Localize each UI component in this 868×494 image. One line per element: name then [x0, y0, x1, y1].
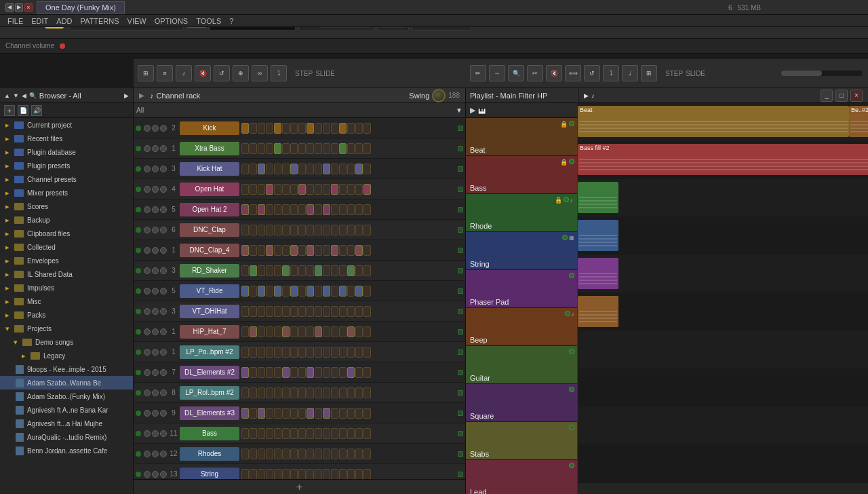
tab-prev[interactable]: ◀ — [5, 3, 14, 12]
clip-block[interactable]: Bass fill #2 — [578, 144, 868, 175]
beat-pad[interactable] — [307, 306, 314, 317]
channel-ctrl-3[interactable] — [160, 410, 167, 417]
channel-ctrl-1[interactable] — [144, 247, 151, 254]
pt-mute[interactable]: 🔇 — [546, 65, 562, 81]
beat-pad[interactable] — [355, 143, 363, 154]
channel-led[interactable] — [136, 248, 141, 253]
beat-pad[interactable] — [298, 367, 306, 378]
beat-pad[interactable] — [250, 428, 257, 439]
beat-pad[interactable] — [266, 245, 273, 256]
beat-pad[interactable] — [347, 326, 355, 337]
beat-pad[interactable] — [258, 428, 265, 439]
beat-pad[interactable] — [266, 123, 273, 134]
beat-pad[interactable] — [363, 123, 371, 134]
beat-pad[interactable] — [298, 204, 306, 215]
channel-ctrl-1[interactable] — [144, 145, 151, 152]
beat-pad[interactable] — [315, 204, 322, 215]
cr-all-label[interactable]: All — [136, 107, 144, 114]
channel-ctrl-2[interactable] — [152, 308, 159, 315]
beat-pad[interactable] — [339, 245, 347, 256]
beat-pad[interactable] — [307, 428, 314, 439]
browser-item[interactable]: ▸Packs — [0, 308, 133, 322]
beat-pad[interactable] — [323, 225, 330, 235]
beat-pad[interactable] — [241, 347, 249, 358]
menu-view[interactable]: VIEW — [124, 16, 150, 26]
pt-tempo[interactable]: ♩ — [622, 65, 638, 81]
beat-pad[interactable] — [331, 265, 338, 276]
beat-pad[interactable] — [355, 225, 363, 235]
channel-led[interactable] — [136, 329, 141, 335]
song-track-label[interactable]: 🔒♪Rhode — [466, 194, 577, 232]
beat-pad[interactable] — [250, 143, 257, 154]
beat-pad[interactable] — [274, 449, 281, 459]
beat-pad[interactable] — [339, 184, 347, 195]
beat-pad[interactable] — [266, 367, 273, 378]
menu-add[interactable]: ADD — [53, 16, 75, 26]
beat-pad[interactable] — [315, 306, 322, 317]
channel-ctrl-3[interactable] — [160, 125, 167, 132]
beat-pad[interactable] — [282, 143, 290, 154]
beat-pad[interactable] — [258, 469, 265, 480]
channel-end-btn[interactable] — [458, 309, 463, 314]
beat-pad[interactable] — [258, 367, 265, 378]
beat-pad[interactable] — [331, 143, 338, 154]
channel-ctrl-3[interactable] — [160, 390, 167, 396]
browser-item[interactable]: ▸Envelopes — [0, 254, 133, 267]
beat-pad[interactable] — [282, 204, 290, 215]
beat-pad[interactable] — [298, 428, 306, 439]
beat-pad[interactable] — [307, 326, 314, 337]
beat-pad[interactable] — [266, 265, 273, 276]
channel-name-btn[interactable]: Rhodes — [180, 447, 239, 461]
beat-pad[interactable] — [274, 347, 281, 358]
channel-ctrl-1[interactable] — [144, 166, 151, 172]
beat-pad[interactable] — [315, 123, 322, 134]
beat-pad[interactable] — [363, 347, 371, 358]
beat-pad[interactable] — [315, 286, 322, 297]
beat-pad[interactable] — [323, 449, 330, 459]
channel-ctrl-2[interactable] — [152, 349, 159, 356]
beat-pad[interactable] — [315, 225, 322, 235]
channel-end-btn[interactable] — [458, 166, 463, 172]
beat-pad[interactable] — [258, 164, 265, 174]
channel-led[interactable] — [136, 126, 141, 131]
browser-item[interactable]: AuraQualic -..tudio Remix) — [0, 430, 133, 444]
beat-pad[interactable] — [323, 123, 330, 134]
channel-ctrl-2[interactable] — [152, 369, 159, 376]
beat-pad[interactable] — [347, 204, 355, 215]
beat-pad[interactable] — [241, 265, 249, 276]
beat-pad[interactable] — [258, 347, 265, 358]
channel-ctrl-2[interactable] — [152, 227, 159, 233]
beat-pad[interactable] — [331, 204, 338, 215]
beat-pad[interactable] — [282, 286, 290, 297]
channel-led[interactable] — [136, 390, 141, 396]
beat-pad[interactable] — [250, 367, 257, 378]
beat-pad[interactable] — [339, 428, 347, 439]
beat-pad[interactable] — [307, 265, 314, 276]
browser-speaker-btn[interactable]: 🔊 — [31, 105, 42, 116]
beat-pad[interactable] — [331, 428, 338, 439]
beat-pad[interactable] — [266, 184, 273, 195]
beat-pad[interactable] — [266, 449, 273, 459]
channel-ctrl-2[interactable] — [152, 430, 159, 437]
beat-pad[interactable] — [347, 265, 355, 276]
beat-pad[interactable] — [250, 123, 257, 134]
beat-pad[interactable] — [274, 204, 281, 215]
channel-end-btn[interactable] — [458, 288, 463, 294]
beat-pad[interactable] — [315, 184, 322, 195]
beat-pad[interactable] — [250, 347, 257, 358]
tab-next[interactable]: ▶ — [15, 3, 23, 12]
channel-ctrl-2[interactable] — [152, 288, 159, 294]
clip-block[interactable] — [578, 182, 618, 213]
channel-ctrl-3[interactable] — [160, 145, 167, 152]
beat-pad[interactable] — [339, 347, 347, 358]
channel-name-btn[interactable]: Xtra Bass — [180, 142, 239, 155]
beat-pad[interactable] — [274, 326, 281, 337]
beat-pad[interactable] — [307, 184, 314, 195]
beat-pad[interactable] — [266, 428, 273, 439]
menu-options[interactable]: OPTIONS — [151, 16, 192, 26]
channel-ctrl-3[interactable] — [160, 430, 167, 437]
cr-t5[interactable]: ↺ — [214, 65, 230, 81]
beat-pad[interactable] — [355, 286, 363, 297]
beat-pad[interactable] — [331, 184, 338, 195]
pt-draw[interactable]: ✏ — [470, 65, 486, 81]
